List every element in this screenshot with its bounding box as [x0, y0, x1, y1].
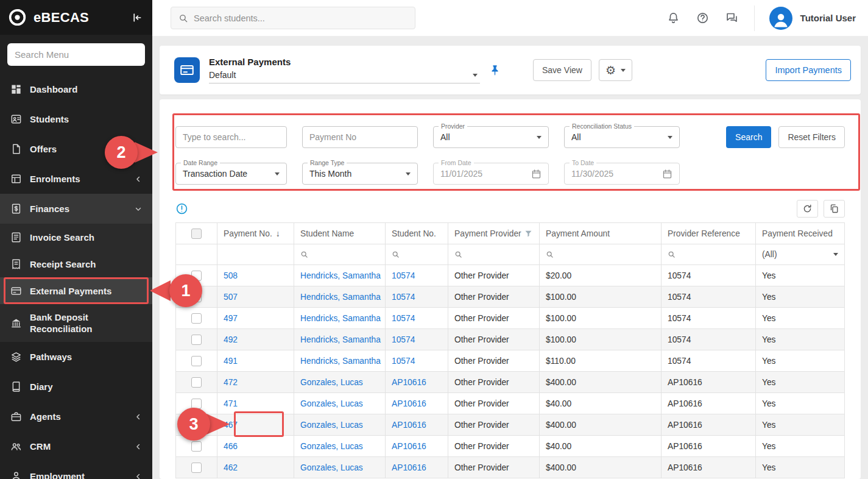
sidebar-item-employment[interactable]: Employment [0, 461, 152, 479]
row-checkbox[interactable] [191, 356, 202, 366]
student-no-link[interactable]: AP10616 [392, 399, 426, 408]
payment-no-link[interactable]: 472 [224, 378, 238, 387]
sidebar-item-agents[interactable]: Agents [0, 402, 152, 431]
reset-filters-button[interactable]: Reset Filters [778, 126, 845, 148]
range-type-select[interactable]: Range Type This Month [302, 163, 418, 185]
to-date-input[interactable]: To Date 11/30/2025 [564, 163, 680, 185]
payment-provider-filter-cell[interactable] [448, 244, 540, 265]
import-payments-button[interactable]: Import Payments [766, 59, 851, 81]
student-no-link[interactable]: AP10616 [392, 442, 426, 451]
collapse-sidebar-button[interactable] [130, 12, 143, 24]
student-no-filter-cell[interactable] [386, 244, 448, 265]
row-checkbox[interactable] [191, 271, 202, 281]
provider-reference-filter-cell[interactable] [662, 244, 756, 265]
row-checkbox[interactable] [191, 377, 202, 388]
column-header-student-name[interactable]: Student Name [294, 223, 386, 244]
sidebar-item-external-payments[interactable]: External Payments [0, 277, 152, 304]
sidebar-item-crm[interactable]: CRM [0, 431, 152, 461]
student-no-link[interactable]: 10574 [392, 271, 415, 280]
sidebar-item-offers[interactable]: Offers [0, 134, 152, 164]
column-header-payment-no[interactable]: Payment No.↓ [217, 223, 294, 244]
view-selector[interactable]: Default [209, 70, 480, 83]
copy-grid-button[interactable] [824, 200, 845, 218]
reconciliation-status-select[interactable]: Reconciliation Status All [564, 126, 680, 148]
student-no-link[interactable]: 10574 [392, 314, 415, 323]
view-selector-value: Default [209, 70, 236, 80]
column-header-payment-received[interactable]: Payment Received [756, 223, 845, 244]
payment-amount-cell: $40.00 [540, 393, 662, 414]
payment-no-link[interactable]: 507 [224, 293, 238, 302]
student-name-link[interactable]: Hendricks, Samantha [300, 314, 381, 323]
date-range-select[interactable]: Date Range Transaction Date [175, 163, 287, 185]
sidebar-item-diary[interactable]: Diary [0, 372, 152, 402]
student-search-input[interactable] [194, 13, 408, 23]
payment-no-link[interactable]: 466 [224, 442, 238, 451]
received-filter-dropdown[interactable]: (All) [762, 250, 838, 259]
row-checkbox[interactable] [191, 399, 202, 409]
save-view-button[interactable]: Save View [533, 59, 591, 81]
payment-no-filter-cell[interactable] [217, 244, 294, 265]
sidebar-item-enrolments[interactable]: Enrolments [0, 164, 152, 194]
student-no-link[interactable]: 10574 [392, 293, 415, 302]
view-settings-button[interactable]: ⚙ [599, 59, 632, 81]
column-header-provider-reference[interactable]: Provider Reference [662, 223, 756, 244]
student-no-link[interactable]: AP10616 [392, 463, 426, 472]
payment-no-link[interactable]: 467 [224, 420, 238, 430]
student-name-link[interactable]: Hendricks, Samantha [300, 271, 381, 280]
payment-no-input[interactable] [302, 126, 418, 148]
sidebar-item-receipt-search[interactable]: Receipt Search [0, 250, 152, 277]
student-no-link[interactable]: 10574 [392, 357, 415, 366]
row-checkbox[interactable] [191, 463, 202, 473]
row-checkbox[interactable] [191, 420, 202, 430]
filter-search-input[interactable] [175, 126, 287, 148]
info-icon[interactable] [175, 202, 188, 215]
student-name-filter-cell[interactable] [294, 244, 386, 265]
sidebar-item-finances[interactable]: Finances [0, 194, 152, 224]
payment-no-link[interactable]: 491 [224, 357, 238, 366]
feedback-button[interactable] [725, 12, 738, 24]
student-name-link[interactable]: Hendricks, Samantha [300, 335, 381, 344]
student-name-link[interactable]: Gonzales, Lucas [300, 399, 363, 408]
pin-view-button[interactable] [489, 64, 501, 77]
from-date-input[interactable]: From Date 11/01/2025 [433, 163, 549, 185]
payment-no-link[interactable]: 497 [224, 314, 238, 323]
search-button[interactable]: Search [726, 126, 771, 148]
provider-select[interactable]: Provider All [433, 126, 549, 148]
menu-search-input[interactable] [7, 43, 145, 66]
row-checkbox[interactable] [191, 313, 202, 324]
column-header-payment-amount[interactable]: Payment Amount [540, 223, 662, 244]
column-header-payment-provider[interactable]: Payment Provider [448, 223, 540, 244]
student-no-link[interactable]: AP10616 [392, 378, 426, 387]
payment-no-link[interactable]: 508 [224, 271, 238, 280]
student-name-link[interactable]: Gonzales, Lucas [300, 378, 363, 387]
student-no-link[interactable]: AP10616 [392, 420, 426, 430]
column-header-student-no[interactable]: Student No. [386, 223, 448, 244]
main-area: Tutorial User External Payments Default [152, 0, 868, 479]
payment-amount-filter-cell[interactable] [540, 244, 662, 265]
student-name-link[interactable]: Gonzales, Lucas [300, 420, 363, 430]
help-button[interactable] [696, 12, 709, 24]
student-no-link[interactable]: 10574 [392, 335, 415, 344]
student-name-link[interactable]: Hendricks, Samantha [300, 357, 381, 366]
sidebar-item-dashboard[interactable]: Dashboard [0, 74, 152, 104]
student-name-link[interactable]: Hendricks, Samantha [300, 293, 381, 302]
student-name-link[interactable]: Gonzales, Lucas [300, 442, 363, 451]
select-all-checkbox[interactable] [191, 229, 202, 239]
payment-no-link[interactable]: 462 [224, 463, 238, 472]
payment-no-link[interactable]: 471 [224, 399, 238, 408]
sort-desc-icon[interactable]: ↓ [276, 229, 280, 238]
sidebar-item-invoice-search[interactable]: Invoice Search [0, 224, 152, 250]
sidebar-item-pathways[interactable]: Pathways [0, 342, 152, 372]
sidebar-item-students[interactable]: Students [0, 104, 152, 134]
payment-no-link[interactable]: 492 [224, 335, 238, 344]
sidebar-item-bank-deposit-reconciliation[interactable]: Bank Deposit Reconciliation [0, 304, 152, 342]
row-checkbox[interactable] [191, 292, 202, 302]
chevron-left-icon [134, 442, 143, 451]
refresh-button[interactable] [797, 200, 818, 218]
notifications-button[interactable] [667, 12, 680, 24]
row-checkbox[interactable] [191, 335, 202, 345]
row-checkbox[interactable] [191, 441, 202, 452]
filter-funnel-icon[interactable] [524, 229, 533, 238]
user-menu[interactable]: Tutorial User [754, 5, 856, 31]
student-name-link[interactable]: Gonzales, Lucas [300, 463, 363, 472]
